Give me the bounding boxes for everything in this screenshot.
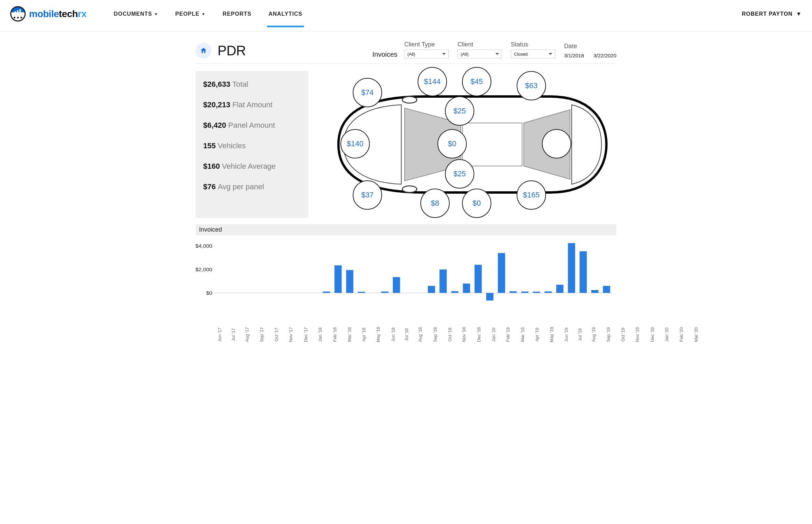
svg-rect-0: [462, 123, 522, 166]
x-tick-label: Feb '19: [505, 327, 510, 342]
svg-rect-36: [521, 291, 528, 293]
svg-rect-39: [556, 285, 563, 293]
stat-flat: $20,213Flat Amount: [203, 100, 301, 109]
dropdown-icon: [442, 53, 446, 55]
filter-status: Status Closed: [511, 41, 555, 58]
user-name: ROBERT PAYTON: [742, 11, 793, 17]
user-menu[interactable]: ROBERT PAYTON ▼: [742, 11, 802, 17]
svg-rect-42: [591, 290, 599, 293]
svg-rect-30: [451, 291, 458, 293]
filter-client-type-label: Client Type: [404, 41, 449, 48]
x-tick-label: Jun '19: [564, 328, 569, 342]
stat-panel-avg: $76Avg per panel: [203, 182, 301, 191]
panel-roof[interactable]: $0: [437, 129, 467, 158]
stat-total: $26,633Total: [203, 80, 301, 89]
x-tick-label: Feb '18: [332, 327, 337, 342]
svg-rect-34: [498, 253, 505, 293]
x-tick-label: Apr '18: [361, 328, 366, 342]
x-tick-label: Dec '17: [303, 327, 308, 342]
invoiced-chart-block: Invoiced $0$2,000$4,000 Jun '17Jul '17Au…: [196, 224, 616, 333]
status-value: Closed: [514, 52, 528, 57]
filter-client: Client (All): [458, 41, 502, 58]
x-tick-label: Sep '18: [433, 327, 438, 342]
chevron-down-icon: ▼: [154, 12, 158, 16]
svg-rect-22: [358, 292, 365, 293]
svg-rect-37: [533, 292, 540, 293]
x-tick-label: Aug '19: [591, 327, 596, 342]
nav-documents-label: DOCUMENTS: [114, 11, 152, 17]
top-nav: mobiletechrx DOCUMENTS ▼ PEOPLE ▼ REPORT…: [0, 0, 812, 31]
x-tick-label: Mar '19: [520, 327, 525, 342]
x-tick-label: Jul '19: [577, 328, 583, 341]
page-title: PDR: [218, 43, 246, 58]
svg-text:$4,000: $4,000: [196, 243, 212, 249]
x-tick-label: Aug '17: [244, 327, 250, 342]
panel-front-bumper[interactable]: $140: [340, 129, 370, 158]
date-from[interactable]: 3/1/2018: [564, 53, 584, 58]
nav-links: DOCUMENTS ▼ PEOPLE ▼ REPORTS ANALYTICS: [114, 11, 302, 17]
filter-client-type: Client Type (All): [404, 41, 449, 58]
date-to[interactable]: 3/22/2020: [593, 53, 616, 58]
x-tick-label: Oct '19: [620, 328, 626, 342]
svg-rect-20: [334, 265, 341, 293]
filter-client-label: Client: [458, 41, 502, 48]
client-type-select[interactable]: (All): [404, 50, 449, 58]
chevron-down-icon: ▼: [796, 11, 802, 17]
x-tick-label: Jun '17: [217, 328, 222, 342]
svg-rect-38: [545, 291, 552, 293]
client-select[interactable]: (All): [458, 50, 502, 58]
invoices-label: Invoices: [373, 51, 397, 58]
svg-point-1: [402, 97, 417, 103]
panel-r-roof-rail[interactable]: $25: [445, 159, 474, 189]
panel-lf-fender[interactable]: $144: [418, 67, 447, 96]
home-icon[interactable]: [196, 43, 211, 58]
svg-rect-35: [509, 291, 517, 293]
panel-rf-fender[interactable]: $8: [420, 189, 450, 218]
filter-date-label: Date: [564, 43, 616, 50]
brand-logo[interactable]: mobiletechrx: [10, 6, 86, 22]
x-tick-label: Sep '19: [606, 327, 611, 342]
svg-rect-19: [323, 291, 330, 293]
panel-trunk[interactable]: [542, 129, 571, 158]
dropdown-icon: [549, 53, 552, 55]
stat-panel: $6,420Panel Amount: [203, 121, 301, 130]
filter-status-label: Status: [511, 41, 555, 48]
car-diagram: $74 $144 $45 $63 $25 $140 $0 $25 $37 $8 …: [319, 71, 616, 218]
nav-people[interactable]: PEOPLE ▼: [175, 11, 206, 17]
panel-lr-quarter[interactable]: $63: [517, 71, 546, 100]
svg-rect-32: [475, 265, 482, 293]
x-tick-label: Nov '17: [288, 327, 293, 342]
stat-vehicles: 155Vehicles: [203, 141, 301, 150]
x-tick-label: Oct '17: [274, 328, 279, 342]
svg-rect-31: [463, 284, 470, 293]
chevron-down-icon: ▼: [201, 12, 206, 16]
client-type-value: (All): [407, 52, 415, 57]
status-select[interactable]: Closed: [511, 50, 555, 58]
x-tick-label: May '18: [376, 327, 381, 342]
x-tick-label: Jul '17: [231, 328, 236, 341]
nav-reports[interactable]: REPORTS: [223, 11, 251, 17]
invoiced-chart[interactable]: $0$2,000$4,000 Jun '17Jul '17Aug '17Sep …: [196, 237, 616, 313]
svg-rect-24: [381, 291, 388, 293]
svg-rect-21: [346, 270, 353, 293]
panel-rr-quarter[interactable]: $165: [517, 180, 546, 210]
panel-cowl[interactable]: $37: [353, 180, 382, 210]
panel-rf-door[interactable]: $0: [462, 189, 491, 218]
svg-rect-41: [579, 251, 587, 293]
nav-analytics[interactable]: ANALYTICS: [268, 11, 302, 17]
filters: Invoices Client Type (All) Client (All) …: [373, 41, 617, 58]
panel-hood[interactable]: $74: [353, 78, 382, 107]
nav-reports-label: REPORTS: [223, 11, 251, 17]
panel-lf-door[interactable]: $45: [462, 67, 491, 96]
nav-documents[interactable]: DOCUMENTS ▼: [114, 11, 158, 17]
client-value: (All): [461, 52, 468, 57]
x-tick-label: Jan '20: [664, 328, 670, 342]
brand-wordmark: mobiletechrx: [29, 9, 86, 19]
svg-rect-40: [568, 243, 575, 293]
chart-title: Invoiced: [196, 224, 616, 235]
panel-l-roof-rail[interactable]: $25: [445, 96, 474, 126]
stats-panel: $26,633Total $20,213Flat Amount $6,420Pa…: [196, 71, 308, 218]
svg-text:$0: $0: [206, 290, 212, 296]
svg-rect-28: [428, 286, 435, 293]
svg-text:$2,000: $2,000: [196, 267, 212, 272]
